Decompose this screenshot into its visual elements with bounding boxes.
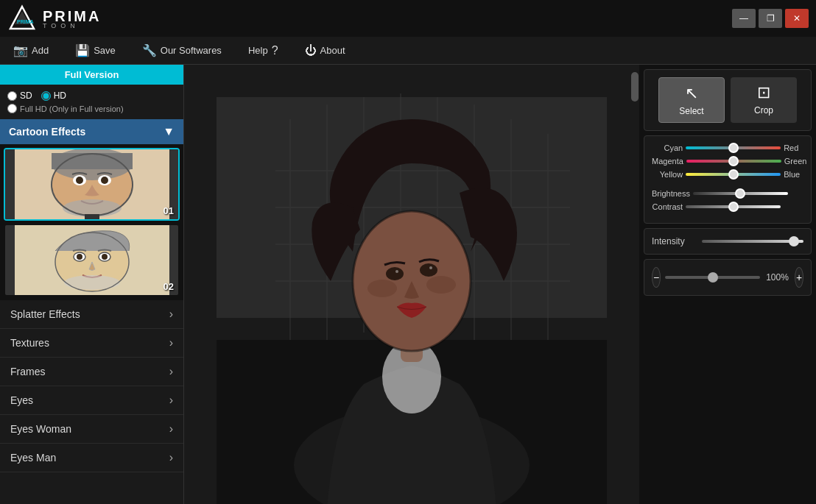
svg-point-20 — [102, 254, 108, 260]
frames-arrow: › — [169, 365, 173, 378]
category-frames[interactable]: Frames › — [0, 358, 183, 386]
intensity-slider[interactable] — [702, 240, 803, 243]
full-hd-radio-input[interactable] — [7, 104, 17, 113]
zoom-out-button[interactable]: − — [652, 267, 661, 288]
menu-item-save[interactable]: 💾 Save — [69, 40, 122, 60]
select-crop-row: ↖ Select ⊡ Crop — [652, 77, 803, 123]
select-crop-panel: ↖ Select ⊡ Crop — [644, 69, 812, 131]
version-badge: Full Version — [0, 65, 183, 85]
eyes-woman-label: Eyes Woman — [10, 423, 71, 435]
resolution-row: SD HD — [0, 85, 183, 104]
yellow-blue-row: Yellow Blue — [652, 170, 803, 179]
category-eyes-woman[interactable]: Eyes Woman › — [0, 415, 183, 444]
magenta-label: Magenta — [652, 157, 683, 166]
zoom-panel: − 100% + — [644, 259, 812, 296]
hd-radio-input[interactable] — [41, 91, 51, 101]
select-button[interactable]: ↖ Select — [658, 77, 725, 123]
crop-button[interactable]: ⊡ Crop — [731, 77, 797, 123]
svg-point-42 — [386, 267, 404, 280]
help-icon: ? — [272, 44, 278, 57]
zoom-out-icon: − — [653, 271, 659, 283]
eyes-label: Eyes — [10, 394, 33, 406]
logo-icon: PRIMA — [7, 4, 37, 33]
effect-num-01: 01 — [163, 205, 174, 216]
brightness-label: Brightness — [652, 189, 690, 198]
zoom-row: − 100% + — [652, 267, 803, 288]
effect-thumb-img-02 — [5, 225, 178, 295]
cyan-label: Cyan — [652, 143, 683, 152]
sd-radio-input[interactable] — [7, 91, 17, 101]
yellow-blue-slider[interactable] — [686, 173, 781, 176]
cyan-red-slider[interactable] — [686, 146, 781, 149]
minimize-button[interactable]: — — [732, 9, 756, 28]
zoom-slider[interactable] — [665, 276, 760, 279]
menu-help-label: Help — [248, 45, 268, 56]
intensity-row: Intensity — [652, 236, 803, 246]
cartoon-effects-chevron: ▼ — [163, 125, 175, 138]
window-controls: — ❐ ✕ — [732, 9, 809, 28]
menu-item-add[interactable]: 📷 Add — [7, 40, 54, 60]
menu-item-help[interactable]: Help ? — [242, 41, 284, 60]
blue-label: Blue — [784, 170, 803, 179]
effect-thumb-img-01 — [5, 149, 178, 219]
intensity-panel: Intensity — [644, 228, 812, 255]
scrollbar-thumb — [631, 72, 639, 102]
eyes-woman-arrow: › — [169, 422, 173, 436]
maximize-button[interactable]: ❐ — [759, 9, 782, 28]
color-sliders-panel: Cyan Red Magenta Green Yellow Blue Brigh… — [644, 135, 812, 224]
hd-radio[interactable]: HD — [41, 90, 66, 101]
title-bar: PRIMA PRIMA TOON — ❐ ✕ — [0, 0, 816, 37]
splatter-arrow: › — [169, 308, 173, 321]
menu-item-our-softwares[interactable]: 🔧 Our Softwares — [136, 40, 228, 60]
svg-point-45 — [429, 266, 432, 269]
effects-grid: 01 — [0, 144, 183, 300]
logo-area: PRIMA PRIMA TOON — [7, 4, 101, 33]
svg-point-46 — [367, 280, 397, 297]
svg-text:PRIMA: PRIMA — [17, 19, 34, 24]
contrast-slider[interactable] — [686, 205, 781, 208]
svg-point-47 — [426, 276, 456, 294]
menu-item-about[interactable]: ⏻ About — [299, 41, 351, 60]
red-label: Red — [784, 143, 803, 152]
brightness-slider[interactable] — [693, 192, 788, 195]
category-eyes[interactable]: Eyes › — [0, 386, 183, 415]
splatter-label: Splatter Effects — [10, 308, 80, 320]
crop-icon: ⊡ — [757, 83, 770, 102]
hd-label: HD — [54, 90, 66, 101]
magenta-green-slider[interactable] — [686, 160, 781, 163]
effect-thumb-02[interactable]: 02 — [4, 224, 180, 297]
save-icon: 💾 — [75, 43, 90, 57]
eyes-arrow: › — [169, 394, 173, 407]
magenta-green-row: Magenta Green — [652, 157, 803, 166]
cyan-red-row: Cyan Red — [652, 143, 803, 152]
cartoon-effects-header[interactable]: Cartoon Effects ▼ — [0, 119, 183, 144]
softwares-icon: 🔧 — [142, 43, 157, 57]
right-panel: ↖ Select ⊡ Crop Cyan Red Magenta Green — [639, 65, 816, 504]
contrast-row: Contrast — [652, 202, 803, 211]
sidebar: Full Version SD HD Full HD (Only in Full… — [0, 65, 184, 504]
svg-rect-7 — [52, 153, 133, 169]
category-splatter[interactable]: Splatter Effects › — [0, 300, 183, 329]
crop-label: Crop — [754, 105, 773, 116]
textures-label: Textures — [10, 337, 49, 349]
zoom-in-button[interactable]: + — [795, 267, 803, 288]
effect-thumb-01[interactable]: 01 — [4, 148, 180, 221]
eyes-man-label: Eyes Man — [10, 452, 56, 464]
sd-radio[interactable]: SD — [7, 90, 32, 101]
category-textures[interactable]: Textures › — [0, 329, 183, 358]
textures-arrow: › — [169, 336, 173, 349]
svg-point-9 — [76, 177, 83, 184]
menu-bar: 📷 Add 💾 Save 🔧 Our Softwares Help ? ⏻ Ab… — [0, 37, 816, 65]
brightness-row: Brightness — [652, 189, 803, 198]
menu-add-label: Add — [32, 45, 49, 56]
about-icon: ⏻ — [305, 44, 317, 57]
main-scrollbar[interactable] — [630, 65, 639, 504]
close-button[interactable]: ✕ — [785, 9, 809, 28]
yellow-label: Yellow — [652, 170, 683, 179]
cartoon-effects-label: Cartoon Effects — [9, 126, 85, 138]
svg-point-11 — [101, 177, 108, 184]
category-eyes-man[interactable]: Eyes Man › — [0, 444, 183, 472]
green-label: Green — [784, 157, 807, 166]
effect-num-02: 02 — [163, 281, 174, 292]
contrast-label: Contrast — [652, 202, 683, 211]
